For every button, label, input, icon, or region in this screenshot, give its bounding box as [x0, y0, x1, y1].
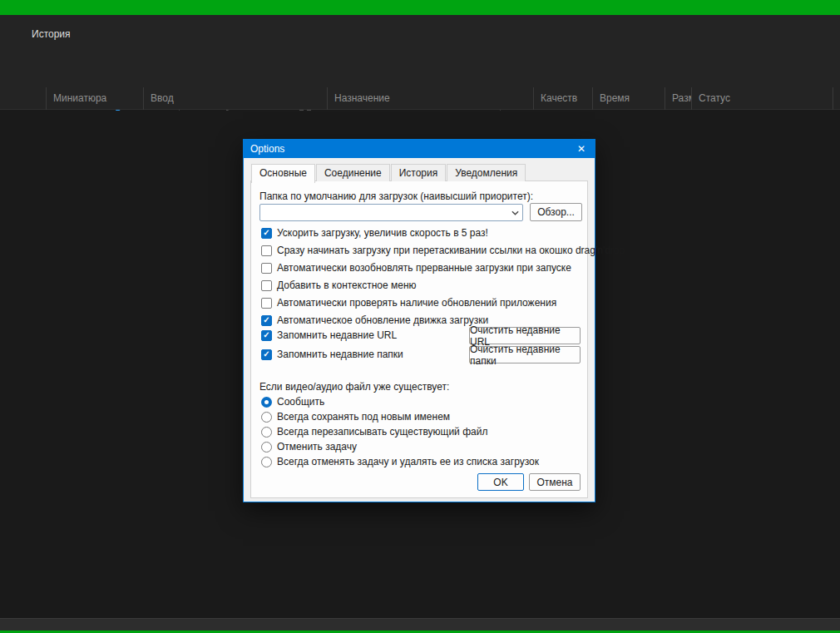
chevron-down-icon[interactable]	[507, 210, 522, 215]
tab-panel-general: Папка по умолчанию для загрузок (наивысш…	[250, 181, 588, 498]
clear-recent-folders-button[interactable]: Очистить недавние папки	[469, 346, 581, 363]
checkbox-icon[interactable]	[261, 228, 272, 239]
radio-icon[interactable]	[261, 397, 272, 408]
checkbox-resume-interrupted[interactable]: Автоматически возобновлять прерванные за…	[261, 262, 571, 274]
checkbox-icon[interactable]	[261, 298, 272, 309]
radio-save-new-name[interactable]: Всегда сохранять под новым именем	[261, 411, 450, 423]
radio-icon[interactable]	[261, 412, 272, 423]
tab-connection[interactable]: Соединение	[316, 164, 390, 181]
header-col-destination[interactable]: Назначение	[327, 87, 533, 110]
options-dialog: Options ✕ Основные Соединение История Ув…	[243, 139, 595, 502]
checkbox-label: Ускорить загрузку, увеличив скорость в 5…	[277, 227, 488, 239]
checkbox-label: Автоматическое обновление движка загрузк…	[277, 314, 488, 326]
header-col-input[interactable]: Ввод	[143, 87, 327, 110]
dialog-title: Options	[250, 143, 284, 155]
close-icon: ✕	[577, 143, 586, 155]
checkbox-remember-folders[interactable]: Запомнить недавние папки	[261, 349, 403, 360]
tab-notifications[interactable]: Уведомления	[447, 164, 526, 181]
ok-button[interactable]: OK	[477, 473, 524, 491]
checkbox-label: Автоматически возобновлять прерванные за…	[277, 262, 571, 274]
download-list-header: Миниатюра Ввод Назначение Качеств Время …	[0, 87, 840, 110]
checkbox-dragdrop-start[interactable]: Сразу начинать загрузку при перетаскиван…	[261, 245, 625, 256]
checkbox-context-menu[interactable]: Добавить в контекстное меню	[261, 279, 417, 291]
checkbox-icon[interactable]	[261, 349, 272, 360]
checkbox-label: Сразу начинать загрузку при перетаскиван…	[277, 245, 625, 256]
radio-icon[interactable]	[261, 442, 272, 452]
radio-overwrite[interactable]: Всегда перезаписывать существующий файл	[261, 426, 487, 438]
header-col-status[interactable]: Статус	[691, 87, 833, 110]
menu-item-history[interactable]: История	[32, 28, 71, 40]
menu-bar: История	[0, 15, 840, 46]
radio-label: Всегда перезаписывать существующий файл	[277, 426, 487, 438]
browse-button[interactable]: Обзор...	[530, 203, 582, 221]
radio-icon[interactable]	[261, 427, 272, 438]
checkbox-label: Добавить в контекстное меню	[277, 279, 417, 291]
status-bar	[0, 618, 840, 631]
default-folder-label: Папка по умолчанию для загрузок (наивысш…	[259, 190, 533, 202]
radio-label: Всегда отменять задачу и удалять ее из с…	[277, 456, 539, 467]
radio-cancel-and-remove[interactable]: Всегда отменять задачу и удалять ее из с…	[261, 456, 539, 467]
radio-notify[interactable]: Сообщить	[261, 396, 324, 408]
file-exists-label: Если видео/аудио файл уже существует:	[259, 381, 449, 393]
radio-label: Сообщить	[277, 396, 324, 408]
clear-recent-urls-button[interactable]: Очистить недавние URL	[469, 327, 581, 344]
checkbox-label: Запомнить недавние папки	[277, 349, 403, 360]
header-col-size[interactable]: Разм	[665, 87, 691, 110]
dialog-close-button[interactable]: ✕	[568, 140, 595, 158]
default-folder-combobox[interactable]	[259, 204, 523, 221]
radio-icon[interactable]	[261, 457, 272, 467]
tab-history[interactable]: История	[391, 164, 447, 181]
checkbox-engine-autoupdate[interactable]: Автоматическое обновление движка загрузк…	[261, 314, 488, 326]
cancel-button[interactable]: Отмена	[529, 473, 581, 491]
checkbox-icon[interactable]	[261, 280, 272, 291]
tab-general[interactable]: Основные	[251, 164, 315, 183]
checkbox-remember-urls[interactable]: Запомнить недавние URL	[261, 329, 397, 341]
radio-cancel-task[interactable]: Отменить задачу	[261, 441, 357, 452]
toolbar: Загрузка Конвертация Старт все П	[0, 46, 840, 87]
header-col-thumbnail[interactable]: Миниатюра	[46, 87, 143, 110]
dialog-title-bar[interactable]: Options	[244, 140, 595, 158]
radio-label: Всегда сохранять под новым именем	[277, 411, 450, 423]
header-col-time[interactable]: Время	[592, 87, 665, 110]
checkbox-label: Запомнить недавние URL	[277, 329, 397, 341]
checkbox-icon[interactable]	[261, 315, 272, 326]
top-green-bar	[0, 0, 840, 15]
checkbox-icon[interactable]	[261, 263, 272, 274]
checkbox-icon[interactable]	[261, 245, 272, 256]
checkbox-speed-boost[interactable]: Ускорить загрузку, увеличив скорость в 5…	[261, 227, 488, 239]
checkbox-label: Автоматически проверять наличие обновлен…	[277, 297, 556, 309]
header-col-quality[interactable]: Качеств	[533, 87, 592, 110]
dialog-tabs: Основные Соединение История Уведомления	[251, 164, 526, 181]
checkbox-check-updates[interactable]: Автоматически проверять наличие обновлен…	[261, 297, 556, 309]
radio-label: Отменить задачу	[277, 441, 357, 452]
checkbox-icon[interactable]	[261, 330, 272, 341]
